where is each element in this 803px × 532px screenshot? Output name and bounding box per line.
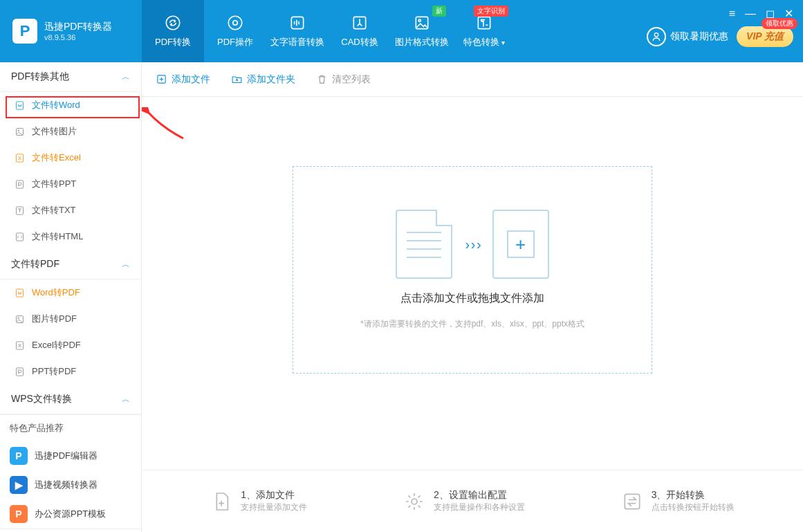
sidebar-item-to-txt[interactable]: 文件转TXT xyxy=(0,197,141,223)
file-plus-icon xyxy=(210,490,232,513)
sidebar-item-word-to-pdf[interactable]: Word转PDF xyxy=(0,279,141,306)
step-sub: 支持批量操作和各种设置 xyxy=(434,502,525,513)
image-icon xyxy=(413,14,431,32)
nav-label: 文字语音转换 xyxy=(270,36,324,48)
svg-point-2 xyxy=(233,21,238,26)
item-label: PPT转PDF xyxy=(32,365,76,378)
nav-label: CAD转换 xyxy=(341,36,378,48)
svg-point-6 xyxy=(418,19,421,21)
svg-rect-10 xyxy=(16,128,23,135)
item-label: 图片转PDF xyxy=(32,313,77,325)
drop-subtitle: *请添加需要转换的文件，支持pdf、xls、xlsx、ppt、pptx格式 xyxy=(360,318,584,330)
svg-point-0 xyxy=(166,16,180,30)
chevron-up-icon: ︿ xyxy=(122,71,130,83)
add-file-button[interactable]: 添加文件 xyxy=(156,73,210,86)
chevron-up-icon: ︿ xyxy=(122,259,130,270)
clear-list-button[interactable]: 清空列表 xyxy=(316,73,371,86)
add-folder-button[interactable]: 添加文件夹 xyxy=(231,73,295,86)
step-configure: 2、设置输出配置支持批量操作和各种设置 xyxy=(403,489,525,513)
sidebar-section-to-pdf[interactable]: 文件转PDF ︿ xyxy=(0,250,141,279)
nav-tab-special[interactable]: 文字识别 特色转换▾ xyxy=(453,0,515,62)
sidebar-section-pdf-to-other[interactable]: PDF转换其他 ︿ xyxy=(0,62,141,92)
step-title: 1、添加文件 xyxy=(241,489,307,502)
html-icon xyxy=(14,231,25,242)
sidebar-item-excel-to-pdf[interactable]: Excel转PDF xyxy=(0,332,141,358)
reward-label: 领取暑期优惠 xyxy=(670,30,728,43)
reward-button[interactable]: 领取暑期优惠 xyxy=(647,27,728,46)
step-sub: 点击转换按钮开始转换 xyxy=(652,502,735,513)
steps-bar: 1、添加文件支持批量添加文件 2、设置输出配置支持批量操作和各种设置 3、开始转… xyxy=(142,470,803,532)
svg-point-22 xyxy=(412,499,417,504)
svg-rect-23 xyxy=(625,494,639,508)
sidebar-item-to-html[interactable]: 文件转HTML xyxy=(0,223,141,250)
toolbar: 添加文件 添加文件夹 清空列表 xyxy=(142,62,803,97)
add-placeholder-icon: + xyxy=(492,210,549,279)
step-title: 3、开始转换 xyxy=(652,489,735,502)
item-label: 文件转Word xyxy=(32,99,80,111)
featured-video-converter[interactable]: ▶迅捷视频转换器 xyxy=(0,470,141,499)
vip-button[interactable]: 领取优惠 VIP 充值 xyxy=(737,26,793,47)
menu-icon[interactable]: ≡ xyxy=(729,8,735,20)
minimize-icon[interactable]: — xyxy=(745,8,756,20)
vip-label: VIP 充值 xyxy=(746,30,784,42)
button-label: 添加文件 xyxy=(172,73,210,86)
sidebar-item-to-image[interactable]: 文件转图片 xyxy=(0,118,141,145)
word-icon xyxy=(14,287,25,298)
step-convert: 3、开始转换点击转换按钮开始转换 xyxy=(621,489,735,513)
item-label: Word转PDF xyxy=(32,286,80,299)
nav-tab-image[interactable]: 新 图片格式转换 xyxy=(391,0,453,62)
chevron-down-icon: ▾ xyxy=(501,39,505,46)
button-label: 添加文件夹 xyxy=(247,73,295,86)
nav-tab-pdf-convert[interactable]: PDF转换 xyxy=(142,0,204,62)
item-label: 文件转图片 xyxy=(32,125,77,138)
nav-label: 图片格式转换 xyxy=(395,36,449,48)
app-logo-icon: P xyxy=(12,19,37,44)
featured-pdf-editor[interactable]: P迅捷PDF编辑器 xyxy=(0,441,141,470)
drop-illustration: › › › + xyxy=(396,210,548,279)
svg-point-18 xyxy=(17,317,19,318)
sidebar-item-image-to-pdf[interactable]: 图片转PDF xyxy=(0,306,141,332)
item-label: 文件转PPT xyxy=(32,178,76,190)
nav-tab-pdf-operate[interactable]: PDF操作 xyxy=(204,0,266,62)
new-badge: 新 xyxy=(432,6,446,17)
logo-area: P 迅捷PDF转换器 v8.9.5.36 xyxy=(0,19,142,44)
featured-label: 办公资源PPT模板 xyxy=(35,508,106,520)
operate-icon xyxy=(226,14,244,32)
sidebar-section-wps[interactable]: WPS文件转换 ︿ xyxy=(0,385,141,414)
svg-point-8 xyxy=(654,33,658,37)
step-add-files: 1、添加文件支持批量添加文件 xyxy=(210,489,307,513)
nav-tab-cad[interactable]: CAD转换 xyxy=(329,0,391,62)
svg-rect-13 xyxy=(16,180,23,187)
featured-ppt-templates[interactable]: P办公资源PPT模板 xyxy=(0,499,141,529)
nav-tab-tts[interactable]: 文字语音转换 xyxy=(266,0,329,62)
svg-rect-20 xyxy=(16,367,23,375)
featured-title: 特色产品推荐 xyxy=(0,414,141,441)
item-label: 文件转HTML xyxy=(32,230,83,243)
gear-icon xyxy=(403,490,425,513)
app-header: P 迅捷PDF转换器 v8.9.5.36 PDF转换 PDF操作 文字语音转换 … xyxy=(0,0,803,62)
app-title: 迅捷PDF转换器 xyxy=(44,21,112,33)
sidebar-item-to-excel[interactable]: 文件转Excel xyxy=(0,145,141,171)
sidebar-item-to-ppt[interactable]: 文件转PPT xyxy=(0,171,141,197)
drop-title: 点击添加文件或拖拽文件添加 xyxy=(400,291,544,306)
vip-flag: 领取优惠 xyxy=(762,18,797,29)
sidebar-item-ppt-to-pdf[interactable]: PPT转PDF xyxy=(0,358,141,385)
sidebar: PDF转换其他 ︿ 文件转Word 文件转图片 文件转Excel 文件转PPT … xyxy=(0,62,142,532)
nav-label: 特色转换▾ xyxy=(463,36,505,48)
svg-rect-3 xyxy=(291,17,303,28)
button-label: 清空列表 xyxy=(332,73,371,86)
svg-point-1 xyxy=(228,16,242,30)
drop-zone[interactable]: › › › + 点击添加文件或拖拽文件添加 *请添加需要转换的文件，支持pdf、… xyxy=(293,166,652,374)
featured-label: 迅捷视频转换器 xyxy=(35,479,98,491)
ocr-badge: 文字识别 xyxy=(474,6,508,17)
ppt-icon xyxy=(14,178,25,190)
word-icon xyxy=(14,100,25,111)
step-sub: 支持批量添加文件 xyxy=(241,502,307,513)
sidebar-item-to-word[interactable]: 文件转Word xyxy=(0,92,141,118)
txt-icon xyxy=(14,205,25,216)
excel-icon xyxy=(14,152,25,163)
item-label: 文件转Excel xyxy=(32,152,81,164)
nav-label: PDF转换 xyxy=(155,36,191,48)
chevron-up-icon: ︿ xyxy=(122,394,130,405)
svg-rect-17 xyxy=(16,315,23,322)
